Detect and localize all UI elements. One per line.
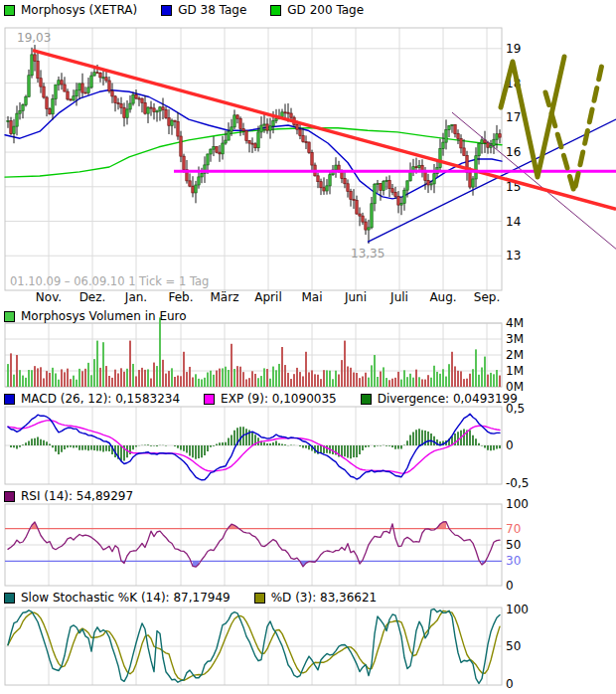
price-series-swatch [4, 5, 15, 16]
volume-swatch [4, 311, 15, 322]
month-label: Aug. [429, 290, 456, 304]
legend-item-divergence: Divergence: 0,0493199 [361, 392, 518, 406]
stoch-d-swatch [254, 593, 265, 604]
rsi-legend: RSI (14): 54,89297 [4, 489, 157, 503]
volume-axis-tick: 3M [506, 332, 524, 346]
volume-axis-tick: 1M [506, 364, 524, 378]
legend-item-rsi: RSI (14): 54,89297 [4, 489, 133, 503]
divergence-label: Divergence: 0,0493199 [378, 392, 518, 406]
gd200-label: GD 200 Tage [287, 3, 364, 17]
price-series-label: Morphosys (XETRA) [21, 3, 137, 17]
month-label: April [254, 290, 281, 304]
macd-axis-tick: 0 [506, 438, 514, 452]
month-label: Dez. [79, 290, 106, 304]
volume-label: Morphosys Volumen in Euro [21, 309, 187, 323]
legend-item-gd200: GD 200 Tage [270, 3, 364, 17]
month-label: Juni [344, 290, 367, 304]
stoch-d-label: %D (3): 83,36621 [271, 591, 378, 605]
month-label: Feb. [168, 290, 193, 304]
legend-item-stoch-k: Slow Stochastic %K (14): 87,17949 [4, 591, 231, 605]
legend-item-exp: EXP (9): 0,1090035 [204, 392, 337, 406]
rsi-label: RSI (14): 54,89297 [21, 489, 133, 503]
main-chart-legend: Morphosys (XETRA) GD 38 Tage GD 200 Tage [4, 3, 387, 17]
rsi-axis-tick: 30 [506, 554, 521, 568]
price-axis-tick: 19 [506, 42, 521, 56]
macd-legend: MACD (26, 12): 0,1583234 EXP (9): 0,1090… [4, 392, 541, 406]
legend-item-stoch-d: %D (3): 83,36621 [254, 591, 378, 605]
exp-label: EXP (9): 0,1090035 [221, 392, 337, 406]
stock-chart-window: 19181716151413Nov.Dez.Jan.Feb.MärzAprilM… [0, 0, 616, 694]
month-label: Nov. [36, 290, 62, 304]
legend-item-gd38: GD 38 Tage [161, 3, 246, 17]
high-price-label: 19,03 [17, 31, 51, 45]
price-axis-tick: 14 [506, 215, 521, 229]
date-range-label: 01.10.09 – 06.09.10 1 Tick = 1 Tag [10, 274, 209, 288]
price-axis-tick: 16 [506, 145, 521, 159]
gd38-label: GD 38 Tage [178, 3, 246, 17]
low-price-label: 13,35 [351, 247, 385, 260]
rsi-axis-tick: 50 [506, 538, 521, 552]
month-label: März [211, 290, 239, 304]
stoch-axis-tick: 100 [506, 603, 529, 616]
rsi-swatch [4, 491, 15, 502]
rsi-axis-tick: 100 [506, 497, 529, 511]
month-label: Juli [389, 290, 408, 304]
month-label: Jan. [124, 290, 147, 304]
macd-axis-tick: -0,5 [506, 476, 529, 490]
volume-legend: Morphosys Volumen in Euro [4, 309, 211, 323]
price-axis-tick: 13 [506, 249, 521, 262]
price-axis-tick: 17 [506, 110, 521, 124]
legend-item-volume: Morphosys Volumen in Euro [4, 309, 187, 323]
stoch-axis-tick: 50 [506, 639, 521, 653]
gd38-swatch [161, 5, 172, 16]
volume-axis-tick: 2M [506, 348, 524, 362]
rsi-axis-tick: 70 [506, 522, 521, 536]
stochastic-legend: Slow Stochastic %K (14): 87,17949 %D (3)… [4, 591, 400, 605]
exp-swatch [204, 394, 215, 405]
macd-swatch [4, 394, 15, 405]
stoch-axis-tick: 0 [506, 677, 514, 691]
volume-axis-tick: 4M [506, 316, 524, 330]
month-label: Sep. [474, 290, 500, 304]
legend-item-macd: MACD (26, 12): 0,1583234 [4, 392, 180, 406]
stoch-k-label: Slow Stochastic %K (14): 87,17949 [21, 591, 231, 605]
stoch-k-swatch [4, 593, 15, 604]
gd200-swatch [270, 5, 281, 16]
legend-item-price: Morphosys (XETRA) [4, 3, 137, 17]
rsi-axis-tick: 0 [506, 579, 514, 593]
macd-label: MACD (26, 12): 0,1583234 [21, 392, 180, 406]
divergence-swatch [361, 394, 372, 405]
month-label: Mai [301, 290, 322, 304]
